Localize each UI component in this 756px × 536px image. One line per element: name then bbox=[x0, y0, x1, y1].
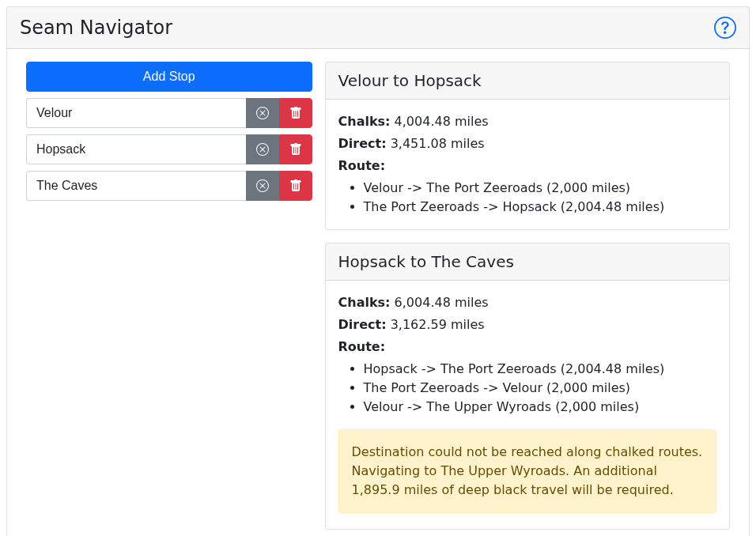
x-circle-icon bbox=[256, 107, 269, 119]
question-circle-icon bbox=[714, 17, 736, 39]
chalks-label: Chalks: bbox=[338, 295, 391, 310]
chalks-label: Chalks: bbox=[338, 114, 391, 129]
leg-title: Hopsack to The Caves bbox=[338, 250, 716, 274]
direct-label: Direct: bbox=[338, 136, 387, 151]
add-stop-button[interactable]: Add Stop bbox=[26, 62, 312, 92]
app-header-card: Seam Navigator Add Stop Velour to Hopsac… bbox=[6, 6, 750, 536]
direct-line: Direct: 3,162.59 miles bbox=[338, 315, 716, 334]
trash-icon bbox=[289, 179, 302, 192]
stop-row bbox=[26, 171, 312, 201]
leg-card: Velour to HopsackChalks: 4,004.48 milesD… bbox=[325, 62, 730, 230]
delete-stop-button[interactable] bbox=[279, 171, 312, 201]
stop-input[interactable] bbox=[26, 134, 246, 164]
route-step: Hopsack -> The Port Zeeroads (2,004.48 m… bbox=[364, 360, 716, 379]
route-label: Route: bbox=[338, 338, 716, 357]
chalks-line: Chalks: 4,004.48 miles bbox=[338, 112, 716, 131]
clear-stop-button[interactable] bbox=[246, 171, 279, 201]
stop-input[interactable] bbox=[26, 171, 246, 201]
route-label: Route: bbox=[338, 157, 716, 176]
leg-title: Velour to Hopsack bbox=[338, 69, 716, 92]
stop-row bbox=[26, 134, 312, 164]
clear-stop-button[interactable] bbox=[246, 98, 279, 128]
x-circle-icon bbox=[256, 179, 269, 192]
route-step: The Port Zeeroads -> Velour (2,000 miles… bbox=[364, 379, 716, 398]
chalks-value: 4,004.48 miles bbox=[395, 114, 489, 129]
route-step: Velour -> The Upper Wyroads (2,000 miles… bbox=[364, 398, 716, 417]
trash-icon bbox=[289, 143, 302, 156]
page-title: Seam Navigator bbox=[20, 13, 172, 42]
leg-card: Hopsack to The CavesChalks: 6,004.48 mil… bbox=[325, 243, 730, 530]
route-list: Velour -> The Port Zeeroads (2,000 miles… bbox=[338, 179, 716, 217]
direct-line: Direct: 3,451.08 miles bbox=[338, 134, 716, 153]
direct-value: 3,451.08 miles bbox=[391, 136, 485, 151]
stop-row bbox=[26, 98, 312, 128]
route-step: The Port Zeeroads -> Hopsack (2,004.48 m… bbox=[364, 198, 716, 217]
direct-value: 3,162.59 miles bbox=[391, 317, 485, 332]
help-button[interactable] bbox=[714, 17, 736, 39]
x-circle-icon bbox=[256, 143, 269, 156]
stops-column: Add Stop bbox=[20, 62, 319, 536]
delete-stop-button[interactable] bbox=[279, 98, 312, 128]
stop-input[interactable] bbox=[26, 98, 246, 128]
chalks-line: Chalks: 6,004.48 miles bbox=[338, 293, 716, 312]
direct-label: Direct: bbox=[338, 317, 387, 332]
delete-stop-button[interactable] bbox=[279, 134, 312, 164]
chalks-value: 6,004.48 miles bbox=[395, 295, 489, 310]
clear-stop-button[interactable] bbox=[246, 134, 279, 164]
route-list: Hopsack -> The Port Zeeroads (2,004.48 m… bbox=[338, 360, 716, 417]
legs-column: Velour to HopsackChalks: 4,004.48 milesD… bbox=[319, 62, 736, 536]
route-step: Velour -> The Port Zeeroads (2,000 miles… bbox=[364, 179, 716, 198]
trash-icon bbox=[289, 107, 302, 119]
leg-warning: Destination could not be reached along c… bbox=[338, 429, 716, 513]
